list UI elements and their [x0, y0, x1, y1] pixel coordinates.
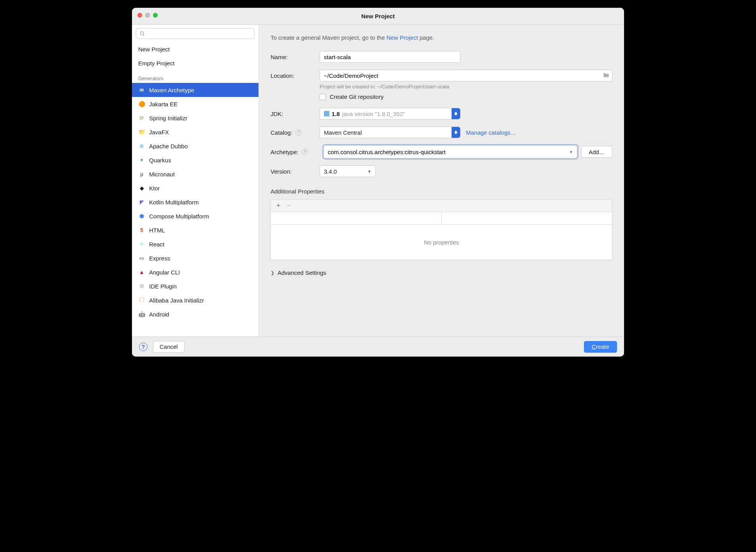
- window-title: New Project: [361, 13, 395, 19]
- sidebar-item-react[interactable]: ⚛React: [132, 237, 258, 251]
- search-field[interactable]: [136, 28, 255, 39]
- generators-header: Generators: [132, 72, 258, 83]
- chevron-updown-icon: [452, 108, 460, 119]
- html-icon: 5: [138, 227, 145, 234]
- svg-line-1: [143, 35, 144, 36]
- search-input[interactable]: [147, 31, 251, 37]
- browse-folder-icon[interactable]: [603, 72, 609, 79]
- archetype-label: Archetype:: [271, 149, 299, 155]
- dubbo-icon: ⊜: [138, 142, 145, 149]
- sidebar-item-kotlin-multiplatform[interactable]: ◤Kotlin Multiplatform: [132, 195, 258, 209]
- add-archetype-button[interactable]: Add…: [581, 146, 612, 158]
- location-input[interactable]: [320, 70, 612, 81]
- sidebar-item-alibaba-java-initializr[interactable]: 〔〕Alibaba Java Initializr: [132, 293, 258, 307]
- sidebar-item-ktor[interactable]: ◆Ktor: [132, 181, 258, 195]
- git-repo-checkbox[interactable]: [320, 94, 326, 100]
- micronaut-icon: μ: [138, 171, 145, 178]
- minimize-window-button[interactable]: [145, 13, 150, 18]
- manage-catalogs-link[interactable]: Manage catalogs…: [466, 129, 516, 136]
- dropdown-icon: ▼: [367, 169, 371, 174]
- sidebar-item-jakarta-ee[interactable]: 🟠Jakarta EE: [132, 97, 258, 111]
- jdk-folder-icon: [324, 111, 329, 116]
- compose-icon: ⬢: [138, 213, 145, 220]
- new-project-dialog: New Project New Project Empty Project Ge…: [132, 8, 624, 357]
- sidebar-item-express[interactable]: exExpress: [132, 251, 258, 265]
- location-hint: Project will be created in: ~/Code/DemoP…: [320, 84, 612, 90]
- javafx-icon: 📁: [138, 128, 145, 135]
- dialog-footer: ? Cancel Create CSDN @ha_lydms: [132, 336, 624, 357]
- sidebar-item-compose-multiplatform[interactable]: ⬢Compose Multiplatform: [132, 209, 258, 223]
- sidebar-item-quarkus[interactable]: ✦Quarkus: [132, 153, 258, 167]
- maven-icon: m: [138, 86, 145, 93]
- jdk-label: JDK:: [271, 111, 320, 117]
- jakarta-icon: 🟠: [138, 100, 145, 107]
- version-select[interactable]: 3.4.0 ▼: [320, 165, 376, 177]
- express-icon: ex: [138, 255, 145, 262]
- additional-properties-header: Additional Properties: [271, 188, 612, 195]
- sidebar-item-apache-dubbo[interactable]: ⊜Apache Dubbo: [132, 139, 258, 153]
- git-repo-label: Create Git repository: [330, 93, 383, 100]
- generators-sidebar: New Project Empty Project Generators mMa…: [132, 25, 259, 336]
- sidebar-item-maven-archetype[interactable]: mMaven Archetype: [132, 83, 258, 97]
- dropdown-icon[interactable]: ▼: [569, 150, 573, 154]
- remove-property-button[interactable]: −: [287, 202, 291, 210]
- create-button[interactable]: Create: [584, 341, 617, 353]
- sidebar-item-javafx[interactable]: 📁JavaFX: [132, 125, 258, 139]
- maximize-window-button[interactable]: [153, 13, 158, 18]
- add-property-button[interactable]: +: [276, 202, 281, 210]
- react-icon: ⚛: [138, 241, 145, 248]
- kotlin-icon: ◤: [138, 199, 145, 206]
- sidebar-item-new-project[interactable]: New Project: [132, 42, 258, 56]
- sidebar-item-micronaut[interactable]: μMicronaut: [132, 167, 258, 181]
- angular-icon: ▲: [138, 269, 145, 276]
- advanced-settings-toggle[interactable]: ❯ Advanced Settings: [271, 269, 612, 276]
- sidebar-item-spring-initializr[interactable]: ⟳Spring Initializr: [132, 111, 258, 125]
- svg-point-0: [140, 32, 143, 35]
- android-icon: 🤖: [138, 311, 145, 318]
- help-button[interactable]: ?: [139, 343, 148, 351]
- close-window-button[interactable]: [137, 13, 142, 18]
- name-label: Name:: [271, 54, 320, 60]
- chevron-right-icon: ❯: [271, 270, 274, 276]
- catalog-select[interactable]: Maven Central: [320, 127, 461, 138]
- properties-empty-text: No properties: [271, 225, 612, 260]
- catalog-label: Catalog:: [271, 129, 292, 136]
- name-input[interactable]: [320, 51, 461, 63]
- sidebar-item-empty-project[interactable]: Empty Project: [132, 56, 258, 70]
- ide-icon: ⚙: [138, 283, 145, 290]
- additional-properties-panel: + − No properties: [271, 199, 612, 260]
- sidebar-item-ide-plugin[interactable]: ⚙IDE Plugin: [132, 279, 258, 293]
- title-bar: New Project: [132, 8, 624, 25]
- chevron-updown-icon: [452, 127, 460, 138]
- jdk-select[interactable]: 1.8java version "1.8.0_352": [320, 108, 461, 120]
- location-label: Location:: [271, 72, 320, 79]
- cancel-button[interactable]: Cancel: [153, 341, 185, 353]
- archetype-help-icon[interactable]: ?: [302, 149, 308, 155]
- sidebar-item-html[interactable]: 5HTML: [132, 223, 258, 237]
- catalog-help-icon[interactable]: ?: [295, 129, 302, 135]
- spring-icon: ⟳: [138, 114, 145, 121]
- alibaba-icon: 〔〕: [138, 297, 145, 304]
- version-label: Version:: [271, 168, 320, 175]
- intro-text: To create a general Maven project, go to…: [271, 34, 612, 41]
- new-project-link[interactable]: New Project: [387, 34, 418, 41]
- search-icon: [139, 31, 145, 36]
- sidebar-item-angular-cli[interactable]: ▲Angular CLI: [132, 265, 258, 279]
- sidebar-item-android[interactable]: 🤖Android: [132, 307, 258, 321]
- ktor-icon: ◆: [138, 185, 145, 192]
- archetype-input[interactable]: ▼: [323, 145, 577, 158]
- quarkus-icon: ✦: [138, 156, 145, 163]
- content-pane: To create a general Maven project, go to…: [259, 25, 624, 336]
- properties-columns: [271, 212, 612, 225]
